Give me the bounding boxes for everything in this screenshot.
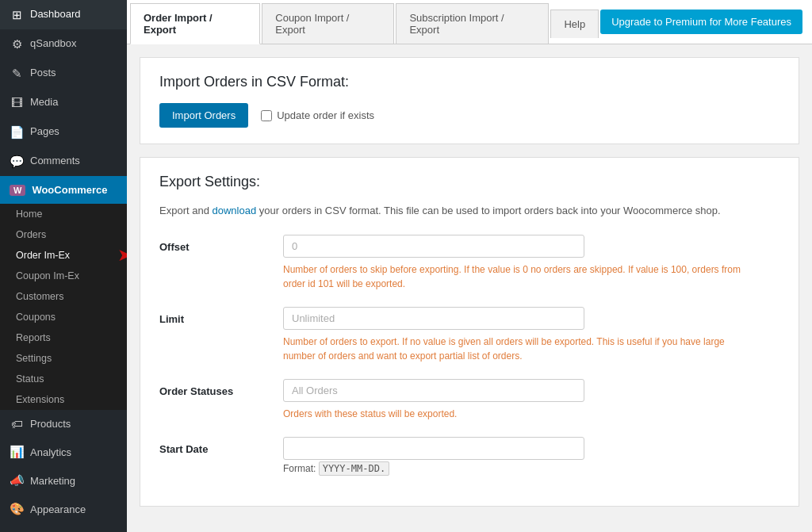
comments-icon: 💬 [10, 153, 24, 170]
limit-field-row: Limit Number of orders to export. If no … [159, 307, 779, 363]
tab-coupon-import-export[interactable]: Coupon Import / Export [262, 3, 394, 44]
media-icon: 🎞 [10, 94, 24, 111]
pages-icon: 📄 [10, 124, 24, 140]
submenu-item-coupons[interactable]: Coupons [0, 307, 127, 327]
start-date-field-row: Start Date Format: YYYY-MM-DD. [159, 437, 779, 474]
offset-help: Number of orders to skip before exportin… [283, 262, 743, 291]
limit-label: Limit [159, 307, 270, 325]
sidebar-item-products[interactable]: 🏷 Products [0, 410, 127, 438]
qsandbox-icon: ⚙ [10, 36, 24, 52]
sidebar-item-label: Products [30, 418, 71, 430]
export-title: Export Settings: [159, 174, 779, 190]
start-date-field-content: Format: YYYY-MM-DD. [283, 437, 779, 474]
order-statuses-field-content: Orders with these status will be exporte… [283, 379, 779, 421]
posts-icon: ✎ [10, 65, 24, 82]
limit-input[interactable] [283, 307, 584, 330]
import-row: Import Orders Update order if exists [159, 103, 779, 128]
sidebar-item-woocommerce[interactable]: W WooCommerce [0, 176, 127, 204]
sidebar-item-pages[interactable]: 📄 Pages [0, 117, 127, 147]
red-arrow-icon: ➤ [117, 245, 127, 266]
start-date-format: Format: YYYY-MM-DD. [283, 463, 779, 474]
import-section: Import Orders in CSV Format: Import Orde… [140, 57, 799, 144]
start-date-label: Start Date [159, 437, 270, 455]
sidebar-item-analytics[interactable]: 📊 Analytics [0, 438, 127, 466]
sidebar-item-marketing[interactable]: 📣 Marketing [0, 466, 127, 495]
analytics-icon: 📊 [10, 445, 24, 459]
import-title: Import Orders in CSV Format: [159, 74, 779, 90]
order-statuses-help: Orders with these status will be exporte… [283, 407, 743, 421]
sidebar-mid: ✎ Posts 🎞 Media 📄 Pages 💬 Comments [0, 59, 127, 176]
sidebar-bottom: 🏷 Products 📊 Analytics 📣 Marketing 🎨 App… [0, 410, 127, 523]
submenu-item-extensions[interactable]: Extensions [0, 389, 127, 410]
limit-help: Number of orders to export. If no value … [283, 335, 743, 363]
tab-order-import-export[interactable]: Order Import / Export [130, 3, 260, 44]
limit-field-content: Number of orders to export. If no value … [283, 307, 779, 363]
marketing-icon: 📣 [10, 473, 24, 488]
sidebar-item-media[interactable]: 🎞 Media [0, 88, 127, 117]
woocommerce-submenu: Home Orders Order Im-Ex ➤ Coupon Im-Ex C… [0, 204, 127, 410]
submenu-item-order-imex[interactable]: Order Im-Ex [0, 245, 127, 266]
upgrade-button[interactable]: Upgrade to Premium for More Features [600, 10, 802, 34]
woocommerce-label: WooCommerce [32, 184, 107, 196]
offset-field-row: Offset Number of orders to skip before e… [159, 235, 779, 291]
sidebar-item-qsandbox[interactable]: ⚙ qSandbox [0, 29, 127, 59]
sidebar-item-label: Pages [30, 124, 59, 139]
sidebar-item-label: Dashboard [30, 7, 81, 21]
tab-subscription-import-export[interactable]: Subscription Import / Export [396, 3, 549, 44]
submenu-item-status[interactable]: Status [0, 369, 127, 389]
tab-help[interactable]: Help [550, 10, 599, 38]
tab-bar: Order Import / Export Coupon Import / Ex… [127, 0, 812, 44]
update-order-checkbox[interactable] [261, 110, 272, 121]
submenu-item-reports[interactable]: Reports [0, 327, 127, 348]
main-content: Order Import / Export Coupon Import / Ex… [127, 0, 812, 532]
submenu-item-orders[interactable]: Orders [0, 224, 127, 245]
offset-field-content: Number of orders to skip before exportin… [283, 235, 779, 291]
sidebar-item-comments[interactable]: 💬 Comments [0, 147, 127, 176]
sidebar-item-label: qSandbox [30, 36, 77, 51]
sidebar-item-dashboard[interactable]: ⊞ Dashboard [0, 0, 127, 29]
woocommerce-icon: W [10, 185, 25, 196]
sidebar-item-label: Appearance [30, 503, 86, 515]
submenu-item-customers[interactable]: Customers [0, 286, 127, 307]
sidebar-item-label: Comments [30, 154, 80, 168]
content-area: Import Orders in CSV Format: Import Orde… [127, 44, 812, 532]
dashboard-icon: ⊞ [10, 6, 24, 23]
sidebar-item-appearance[interactable]: 🎨 Appearance [0, 495, 127, 523]
products-icon: 🏷 [10, 417, 24, 431]
order-statuses-label: Order Statuses [159, 379, 270, 397]
submenu-item-home[interactable]: Home [0, 204, 127, 224]
sidebar-item-label: Marketing [30, 475, 75, 487]
submenu-item-coupon-imex[interactable]: Coupon Im-Ex [0, 266, 127, 286]
sidebar-item-label: Posts [30, 66, 56, 80]
update-order-label: Update order if exists [277, 109, 374, 121]
export-section: Export Settings: Export and download you… [140, 157, 799, 507]
sidebar-top: ⊞ Dashboard ⚙ qSandbox [0, 0, 127, 59]
sidebar-item-label: Analytics [30, 446, 71, 458]
order-statuses-field-row: Order Statuses Orders with these status … [159, 379, 779, 421]
woocommerce-section: W WooCommerce Home Orders Order Im-Ex ➤ … [0, 176, 127, 410]
export-description: Export and download your orders in CSV f… [159, 203, 779, 219]
update-order-checkbox-label[interactable]: Update order if exists [261, 109, 374, 121]
submenu-item-settings[interactable]: Settings [0, 348, 127, 369]
sidebar-item-posts[interactable]: ✎ Posts [0, 59, 127, 88]
offset-label: Offset [159, 235, 270, 253]
export-download-link[interactable]: download [213, 205, 257, 216]
appearance-icon: 🎨 [10, 502, 24, 516]
sidebar-item-label: Media [30, 95, 58, 109]
sidebar: ⊞ Dashboard ⚙ qSandbox ✎ Posts 🎞 Media 📄… [0, 0, 127, 532]
offset-input[interactable] [283, 235, 584, 258]
start-date-input[interactable] [283, 437, 584, 460]
format-value: YYYY-MM-DD. [319, 461, 389, 476]
import-orders-button[interactable]: Import Orders [159, 103, 248, 128]
order-statuses-input[interactable] [283, 379, 584, 402]
